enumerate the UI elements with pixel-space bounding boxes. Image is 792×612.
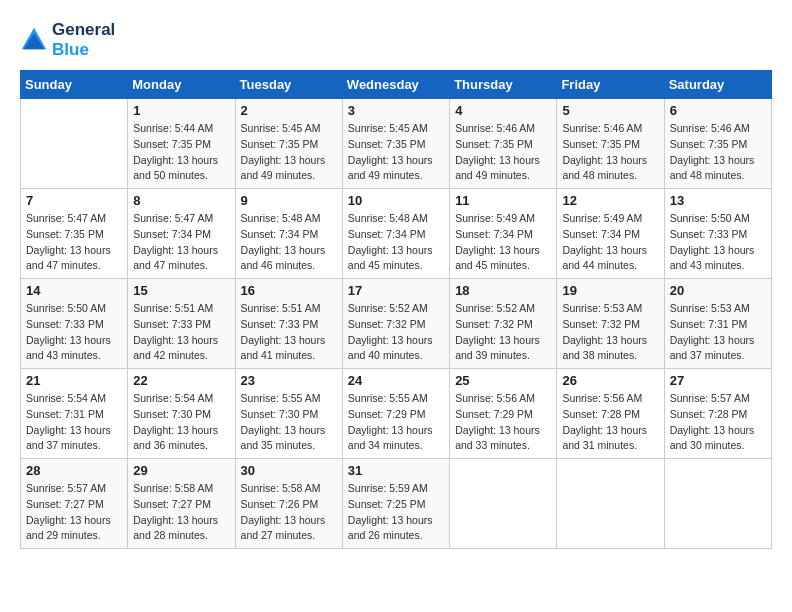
sunrise: Sunrise: 5:55 AM: [348, 391, 444, 407]
calendar-cell: [450, 459, 557, 549]
sunset: Sunset: 7:29 PM: [348, 407, 444, 423]
day-info: Sunrise: 5:56 AM Sunset: 7:28 PM Dayligh…: [562, 391, 658, 454]
calendar-cell: 12 Sunrise: 5:49 AM Sunset: 7:34 PM Dayl…: [557, 189, 664, 279]
weekday-header: Monday: [128, 71, 235, 99]
day-info: Sunrise: 5:44 AM Sunset: 7:35 PM Dayligh…: [133, 121, 229, 184]
day-number: 10: [348, 193, 444, 208]
sunrise: Sunrise: 5:47 AM: [133, 211, 229, 227]
daylight: Daylight: 13 hours and 48 minutes.: [562, 153, 658, 185]
day-info: Sunrise: 5:52 AM Sunset: 7:32 PM Dayligh…: [348, 301, 444, 364]
sunrise: Sunrise: 5:50 AM: [670, 211, 766, 227]
sunrise: Sunrise: 5:52 AM: [348, 301, 444, 317]
calendar-cell: 14 Sunrise: 5:50 AM Sunset: 7:33 PM Dayl…: [21, 279, 128, 369]
day-info: Sunrise: 5:56 AM Sunset: 7:29 PM Dayligh…: [455, 391, 551, 454]
sunrise: Sunrise: 5:52 AM: [455, 301, 551, 317]
sunrise: Sunrise: 5:55 AM: [241, 391, 337, 407]
day-info: Sunrise: 5:58 AM Sunset: 7:27 PM Dayligh…: [133, 481, 229, 544]
day-number: 14: [26, 283, 122, 298]
calendar-cell: 29 Sunrise: 5:58 AM Sunset: 7:27 PM Dayl…: [128, 459, 235, 549]
calendar-week-row: 7 Sunrise: 5:47 AM Sunset: 7:35 PM Dayli…: [21, 189, 772, 279]
calendar-cell: 30 Sunrise: 5:58 AM Sunset: 7:26 PM Dayl…: [235, 459, 342, 549]
day-info: Sunrise: 5:45 AM Sunset: 7:35 PM Dayligh…: [241, 121, 337, 184]
day-number: 9: [241, 193, 337, 208]
daylight: Daylight: 13 hours and 49 minutes.: [455, 153, 551, 185]
calendar-week-row: 1 Sunrise: 5:44 AM Sunset: 7:35 PM Dayli…: [21, 99, 772, 189]
calendar-cell: 27 Sunrise: 5:57 AM Sunset: 7:28 PM Dayl…: [664, 369, 771, 459]
sunrise: Sunrise: 5:57 AM: [670, 391, 766, 407]
calendar-cell: 2 Sunrise: 5:45 AM Sunset: 7:35 PM Dayli…: [235, 99, 342, 189]
day-number: 8: [133, 193, 229, 208]
day-number: 15: [133, 283, 229, 298]
sunrise: Sunrise: 5:58 AM: [133, 481, 229, 497]
calendar-cell: 15 Sunrise: 5:51 AM Sunset: 7:33 PM Dayl…: [128, 279, 235, 369]
day-info: Sunrise: 5:49 AM Sunset: 7:34 PM Dayligh…: [562, 211, 658, 274]
sunset: Sunset: 7:33 PM: [133, 317, 229, 333]
calendar-cell: 5 Sunrise: 5:46 AM Sunset: 7:35 PM Dayli…: [557, 99, 664, 189]
sunset: Sunset: 7:35 PM: [562, 137, 658, 153]
sunset: Sunset: 7:35 PM: [133, 137, 229, 153]
calendar-cell: 3 Sunrise: 5:45 AM Sunset: 7:35 PM Dayli…: [342, 99, 449, 189]
calendar-cell: 18 Sunrise: 5:52 AM Sunset: 7:32 PM Dayl…: [450, 279, 557, 369]
calendar-cell: 16 Sunrise: 5:51 AM Sunset: 7:33 PM Dayl…: [235, 279, 342, 369]
day-info: Sunrise: 5:46 AM Sunset: 7:35 PM Dayligh…: [670, 121, 766, 184]
daylight: Daylight: 13 hours and 37 minutes.: [26, 423, 122, 455]
sunset: Sunset: 7:30 PM: [133, 407, 229, 423]
day-number: 13: [670, 193, 766, 208]
calendar-cell: 11 Sunrise: 5:49 AM Sunset: 7:34 PM Dayl…: [450, 189, 557, 279]
sunset: Sunset: 7:32 PM: [455, 317, 551, 333]
daylight: Daylight: 13 hours and 35 minutes.: [241, 423, 337, 455]
calendar-cell: 10 Sunrise: 5:48 AM Sunset: 7:34 PM Dayl…: [342, 189, 449, 279]
calendar-cell: 6 Sunrise: 5:46 AM Sunset: 7:35 PM Dayli…: [664, 99, 771, 189]
day-number: 27: [670, 373, 766, 388]
sunrise: Sunrise: 5:48 AM: [241, 211, 337, 227]
day-info: Sunrise: 5:49 AM Sunset: 7:34 PM Dayligh…: [455, 211, 551, 274]
daylight: Daylight: 13 hours and 48 minutes.: [670, 153, 766, 185]
sunset: Sunset: 7:35 PM: [670, 137, 766, 153]
daylight: Daylight: 13 hours and 45 minutes.: [455, 243, 551, 275]
sunrise: Sunrise: 5:49 AM: [562, 211, 658, 227]
calendar-cell: 21 Sunrise: 5:54 AM Sunset: 7:31 PM Dayl…: [21, 369, 128, 459]
calendar-cell: [21, 99, 128, 189]
daylight: Daylight: 13 hours and 43 minutes.: [26, 333, 122, 365]
day-info: Sunrise: 5:46 AM Sunset: 7:35 PM Dayligh…: [455, 121, 551, 184]
sunrise: Sunrise: 5:56 AM: [455, 391, 551, 407]
day-info: Sunrise: 5:50 AM Sunset: 7:33 PM Dayligh…: [670, 211, 766, 274]
day-info: Sunrise: 5:53 AM Sunset: 7:32 PM Dayligh…: [562, 301, 658, 364]
day-number: 31: [348, 463, 444, 478]
day-number: 24: [348, 373, 444, 388]
daylight: Daylight: 13 hours and 43 minutes.: [670, 243, 766, 275]
day-info: Sunrise: 5:47 AM Sunset: 7:34 PM Dayligh…: [133, 211, 229, 274]
daylight: Daylight: 13 hours and 37 minutes.: [670, 333, 766, 365]
sunset: Sunset: 7:33 PM: [670, 227, 766, 243]
calendar-cell: 28 Sunrise: 5:57 AM Sunset: 7:27 PM Dayl…: [21, 459, 128, 549]
logo-text: General Blue: [52, 20, 115, 60]
sunrise: Sunrise: 5:48 AM: [348, 211, 444, 227]
daylight: Daylight: 13 hours and 27 minutes.: [241, 513, 337, 545]
day-number: 17: [348, 283, 444, 298]
daylight: Daylight: 13 hours and 40 minutes.: [348, 333, 444, 365]
sunrise: Sunrise: 5:59 AM: [348, 481, 444, 497]
calendar-cell: 20 Sunrise: 5:53 AM Sunset: 7:31 PM Dayl…: [664, 279, 771, 369]
sunset: Sunset: 7:31 PM: [670, 317, 766, 333]
daylight: Daylight: 13 hours and 49 minutes.: [348, 153, 444, 185]
day-info: Sunrise: 5:51 AM Sunset: 7:33 PM Dayligh…: [241, 301, 337, 364]
sunset: Sunset: 7:34 PM: [348, 227, 444, 243]
daylight: Daylight: 13 hours and 29 minutes.: [26, 513, 122, 545]
day-number: 2: [241, 103, 337, 118]
calendar-cell: [664, 459, 771, 549]
sunset: Sunset: 7:35 PM: [348, 137, 444, 153]
day-number: 29: [133, 463, 229, 478]
sunset: Sunset: 7:28 PM: [562, 407, 658, 423]
day-info: Sunrise: 5:48 AM Sunset: 7:34 PM Dayligh…: [348, 211, 444, 274]
daylight: Daylight: 13 hours and 45 minutes.: [348, 243, 444, 275]
day-number: 7: [26, 193, 122, 208]
day-info: Sunrise: 5:58 AM Sunset: 7:26 PM Dayligh…: [241, 481, 337, 544]
day-info: Sunrise: 5:57 AM Sunset: 7:27 PM Dayligh…: [26, 481, 122, 544]
day-number: 11: [455, 193, 551, 208]
calendar-cell: 7 Sunrise: 5:47 AM Sunset: 7:35 PM Dayli…: [21, 189, 128, 279]
weekday-header: Friday: [557, 71, 664, 99]
day-info: Sunrise: 5:54 AM Sunset: 7:30 PM Dayligh…: [133, 391, 229, 454]
sunset: Sunset: 7:34 PM: [562, 227, 658, 243]
daylight: Daylight: 13 hours and 41 minutes.: [241, 333, 337, 365]
day-number: 30: [241, 463, 337, 478]
